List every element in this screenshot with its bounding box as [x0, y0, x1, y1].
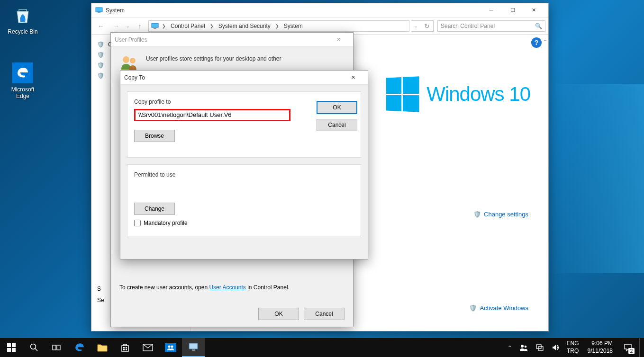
pc-icon — [151, 22, 159, 30]
change-settings-link[interactable]: 🛡️ Change settings — [473, 211, 528, 218]
user-accounts-link[interactable]: User Accounts — [209, 284, 245, 291]
sidebar-se: Se — [97, 297, 104, 303]
shield-icon: 🛡️ — [97, 72, 104, 79]
svg-line-11 — [35, 348, 37, 351]
task-view-icon[interactable] — [45, 338, 68, 357]
activate-link[interactable]: 🛡️ Activate Windows — [469, 304, 528, 312]
search-input[interactable]: Search Control Panel 🔍 — [437, 20, 545, 32]
back-arrow-icon[interactable]: ← — [94, 19, 108, 33]
show-desktop-button[interactable] — [639, 338, 642, 357]
recent-dropdown-icon[interactable]: ⌄ — [125, 19, 131, 33]
windows-logo: Windows 10 — [385, 77, 530, 111]
cancel-button[interactable]: Cancel — [304, 308, 345, 320]
svg-rect-8 — [7, 348, 11, 352]
svg-rect-9 — [12, 348, 16, 352]
taskbar-mail-icon[interactable] — [136, 338, 159, 357]
system-titlebar[interactable]: System ─ ☐ ✕ — [91, 3, 548, 18]
clock-date: 9/11/2018 — [588, 348, 613, 355]
chevron-right-icon: ❯ — [160, 24, 168, 28]
cancel-button[interactable]: Cancel — [317, 119, 357, 131]
close-button[interactable]: ✕ — [523, 3, 544, 17]
svg-point-10 — [31, 344, 36, 349]
browse-button[interactable]: Browse — [134, 130, 175, 142]
svg-rect-6 — [7, 343, 11, 347]
shield-icon: 🛡️ — [97, 62, 104, 69]
svg-rect-0 — [96, 8, 102, 12]
path-input[interactable] — [138, 111, 286, 118]
notification-icon[interactable]: 2 — [618, 338, 637, 357]
svg-rect-22 — [189, 343, 198, 349]
search-icon[interactable] — [23, 338, 45, 357]
language-indicator[interactable]: ENGTRQ — [564, 340, 582, 355]
refresh-icon[interactable]: ↻ — [421, 19, 433, 33]
tray-people-icon[interactable] — [517, 338, 531, 357]
sidebar-s: S — [97, 286, 101, 292]
taskbar-store-icon[interactable] — [114, 338, 136, 357]
svg-rect-15 — [123, 347, 125, 348]
copyto-titlebar[interactable]: Copy To ✕ — [120, 71, 368, 85]
edge-label: Microsoft Edge — [4, 86, 42, 99]
clock[interactable]: 9:06 PM 9/11/2018 — [584, 340, 617, 355]
start-button[interactable] — [0, 338, 23, 357]
copyto-title: Copy To — [124, 74, 343, 81]
svg-rect-18 — [126, 349, 127, 350]
svg-point-4 — [123, 56, 129, 63]
forward-arrow-icon[interactable]: → — [109, 19, 123, 33]
svg-rect-3 — [154, 28, 156, 29]
notification-badge: 2 — [628, 348, 635, 354]
recycle-bin-icon[interactable]: Recycle Bin — [4, 4, 42, 35]
permitted-fieldset: Permitted to use Change Mandatory profil… — [127, 164, 361, 236]
taskbar-edge-icon[interactable] — [68, 338, 91, 357]
minimize-button[interactable]: ─ — [481, 3, 502, 17]
maximize-button[interactable]: ☐ — [502, 3, 523, 17]
tray-chevron-up-icon[interactable]: ⌃ — [505, 338, 515, 357]
chevron-down-icon[interactable]: ⌄ — [544, 37, 548, 42]
recycle-bin-label: Recycle Bin — [4, 28, 42, 35]
close-button[interactable]: ✕ — [343, 70, 364, 84]
ok-button[interactable]: OK — [317, 101, 357, 114]
svg-rect-17 — [123, 349, 125, 350]
crumb-system-security[interactable]: System and Security — [217, 22, 272, 30]
crumb-control-panel[interactable]: Control Panel — [169, 22, 207, 30]
change-button[interactable]: Change — [134, 203, 175, 215]
profiles-titlebar[interactable]: User Profiles ✕ — [111, 33, 353, 47]
ok-button[interactable]: OK — [258, 308, 299, 320]
svg-point-21 — [171, 346, 173, 348]
history-dropdown-icon[interactable]: ⌄ — [411, 19, 421, 33]
shield-icon: 🛡️ — [97, 52, 104, 58]
close-button[interactable]: ✕ — [328, 32, 349, 46]
svg-rect-23 — [192, 349, 195, 351]
profiles-description: User profiles store settings for your de… — [146, 54, 281, 62]
svg-rect-2 — [152, 23, 158, 27]
shield-icon: 🛡️ — [97, 41, 104, 48]
windows-logo-text: Windows 10 — [426, 83, 530, 106]
svg-point-24 — [521, 345, 524, 348]
tray-network-icon[interactable] — [533, 338, 547, 357]
crumb-system[interactable]: System — [282, 22, 305, 30]
taskbar-contacts-icon[interactable] — [159, 338, 182, 357]
svg-rect-12 — [53, 345, 56, 350]
taskbar: ⌃ ENGTRQ 9:06 PM 9/11/2018 2 — [0, 338, 644, 357]
copy-to-dialog: Copy To ✕ Copy profile to Browse OK Canc… — [120, 70, 368, 259]
chevron-right-icon: ❯ — [208, 24, 216, 28]
edge-icon[interactable]: Microsoft Edge — [4, 62, 42, 99]
breadcrumb[interactable]: ❯ Control Panel ❯ System and Security ❯ … — [148, 20, 409, 32]
mandatory-checkbox[interactable] — [134, 220, 141, 226]
permitted-label: Permitted to use — [134, 171, 354, 178]
svg-point-20 — [168, 346, 171, 348]
taskbar-system-icon[interactable] — [182, 338, 205, 357]
shield-icon: 🛡️ — [473, 211, 481, 218]
mandatory-label: Mandatory profile — [144, 220, 188, 226]
clock-time: 9:06 PM — [588, 340, 613, 348]
taskbar-explorer-icon[interactable] — [91, 338, 114, 357]
up-arrow-icon[interactable]: ↑ — [133, 19, 146, 33]
svg-rect-13 — [57, 345, 60, 350]
search-icon: 🔍 — [535, 23, 542, 29]
help-icon[interactable]: ? — [531, 37, 542, 48]
profiles-title: User Profiles — [115, 36, 328, 43]
tray-volume-icon[interactable] — [549, 338, 562, 357]
svg-point-5 — [130, 58, 136, 63]
profiles-footer: To create new user accounts, open User A… — [119, 284, 345, 291]
chevron-right-icon: ❯ — [273, 24, 281, 28]
svg-point-25 — [524, 346, 526, 348]
